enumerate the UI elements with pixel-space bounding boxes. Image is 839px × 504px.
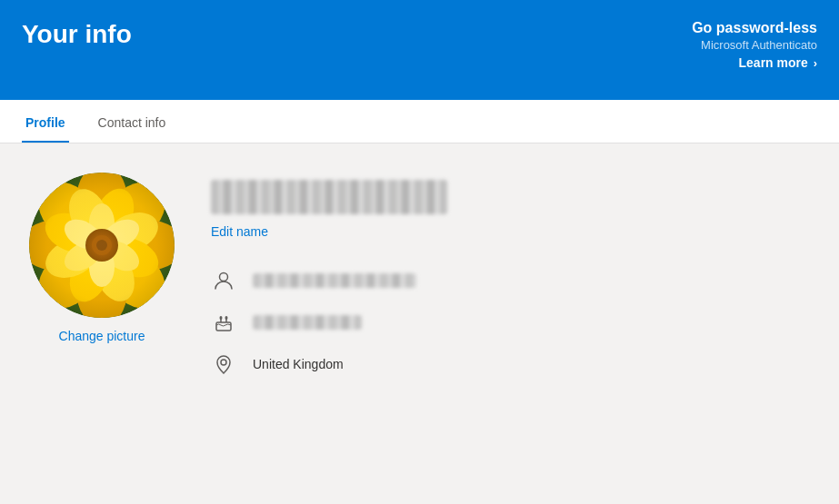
svg-point-34	[221, 360, 226, 365]
promo-sub: Microsoft Authenticato	[692, 38, 817, 52]
tabs-bar: Profile Contact info	[0, 100, 839, 143]
avatar-image	[29, 173, 175, 318]
svg-point-32	[220, 316, 223, 320]
info-rows: United Kingdom	[211, 268, 810, 377]
header: Your info Go password-less Microsoft Aut…	[0, 0, 839, 100]
avatar-section: Change picture	[29, 173, 175, 343]
svg-point-27	[29, 173, 175, 318]
profile-info: Edit name	[211, 173, 810, 377]
location-icon	[211, 351, 236, 377]
main-content: Change picture Edit name	[0, 143, 839, 406]
person-icon	[211, 268, 236, 293]
change-picture-link[interactable]: Change picture	[59, 329, 145, 343]
svg-rect-29	[216, 322, 231, 331]
tab-profile[interactable]: Profile	[22, 115, 69, 143]
location-value: United Kingdom	[253, 357, 344, 371]
chevron-right-icon: ›	[814, 56, 817, 70]
birthday-icon	[211, 310, 236, 335]
tab-contact-info[interactable]: Contact info	[95, 115, 170, 143]
profile-name-blurred	[211, 180, 447, 214]
birthday-value-blurred	[253, 315, 362, 330]
page-title: Your info	[22, 20, 132, 49]
learn-more-link[interactable]: Learn more ›	[739, 55, 817, 70]
username-value-blurred	[253, 273, 416, 288]
header-promo: Go password-less Microsoft Authenticato …	[692, 16, 817, 71]
info-row-username	[211, 268, 810, 293]
promo-heading: Go password-less	[692, 20, 817, 36]
info-row-location: United Kingdom	[211, 351, 810, 377]
edit-name-link[interactable]: Edit name	[211, 224, 268, 239]
svg-point-33	[225, 316, 228, 320]
info-row-birthday	[211, 310, 810, 335]
svg-point-28	[220, 273, 228, 282]
avatar	[29, 173, 175, 318]
